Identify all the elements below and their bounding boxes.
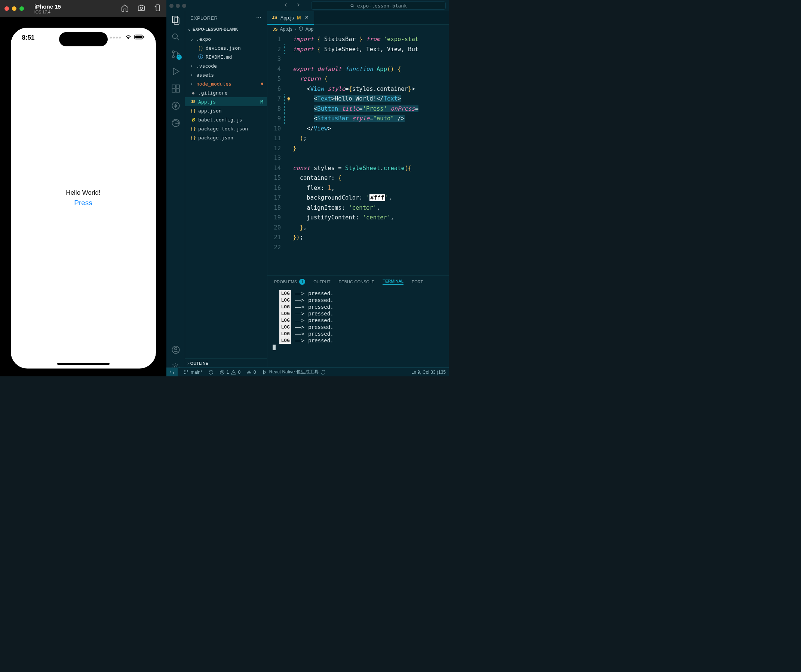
tab-ports[interactable]: PORT xyxy=(412,279,423,284)
svg-point-11 xyxy=(172,56,174,58)
js-file-icon: JS xyxy=(273,27,277,31)
code-editor[interactable]: 1import { StatusBar } from 'expo-stat 2i… xyxy=(267,34,449,276)
svg-rect-13 xyxy=(172,85,175,88)
svg-point-25 xyxy=(184,370,185,371)
nav-back-icon[interactable] xyxy=(283,2,289,10)
extensions-icon[interactable] xyxy=(171,84,181,93)
press-button[interactable]: Press xyxy=(74,199,92,207)
svg-rect-0 xyxy=(138,6,145,11)
rotate-icon[interactable] xyxy=(154,4,162,13)
tree-file-devices-json[interactable]: {}devices.json xyxy=(185,43,267,52)
svg-point-23 xyxy=(258,17,259,18)
symbol-icon xyxy=(298,26,303,32)
svg-point-26 xyxy=(184,373,185,374)
branch-indicator[interactable]: main* xyxy=(183,370,202,375)
command-center-search[interactable]: expo-lesson-blank xyxy=(311,2,446,10)
minimize-window-icon[interactable] xyxy=(12,6,16,11)
tab-output[interactable]: OUTPUT xyxy=(314,279,330,284)
sim-device-name: iPhone 15 xyxy=(34,3,61,10)
activity-bar: 1 xyxy=(166,11,185,376)
problems-count-badge: 1 xyxy=(299,279,305,285)
ios-simulator: iPhone 15 iOS 17.4 8:51 Hello World! Pre… xyxy=(0,0,166,376)
scm-badge: 1 xyxy=(177,55,182,60)
search-icon[interactable] xyxy=(171,32,181,42)
search-icon xyxy=(350,3,355,8)
sync-indicator[interactable] xyxy=(208,370,214,375)
terminal-output[interactable]: LOG——>pressed. LOG——>pressed. LOG——>pres… xyxy=(267,288,449,376)
cursor-position[interactable]: Ln 9, Col 33 (135 xyxy=(411,370,446,375)
svg-point-17 xyxy=(172,102,180,109)
tab-app-js[interactable]: JS App.js M xyxy=(267,11,314,24)
tree-file-pkglock[interactable]: {}package-lock.json xyxy=(185,124,267,133)
tree-folder-node-modules[interactable]: ›node_modules xyxy=(185,79,267,88)
svg-point-1 xyxy=(140,7,143,10)
sim-body: 8:51 Hello World! Press xyxy=(0,17,166,376)
sim-title: iPhone 15 iOS 17.4 xyxy=(34,3,61,14)
tree-file-app-json[interactable]: {}app.json xyxy=(185,106,267,115)
hello-world-label: Hello World! xyxy=(66,189,100,197)
tab-terminal[interactable]: TERMINAL xyxy=(383,279,404,285)
color-swatch[interactable]: #fff xyxy=(370,194,385,201)
sidebar-explorer: EXPLORER ⌄ EXPO-LESSON-BLANK ⌄.expo {}de… xyxy=(185,11,267,376)
terminal-cursor xyxy=(273,345,276,350)
home-indicator xyxy=(57,363,109,365)
svg-point-20 xyxy=(174,348,177,350)
tree-folder-expo[interactable]: ⌄.expo xyxy=(185,34,267,43)
tree-file-app-js[interactable]: JSApp.jsM xyxy=(185,97,267,106)
svg-point-9 xyxy=(172,34,177,38)
search-placeholder: expo-lesson-blank xyxy=(357,3,407,9)
js-file-icon: JS xyxy=(272,15,277,20)
tab-problems[interactable]: PROBLEMS1 xyxy=(274,279,305,285)
window-traffic-lights[interactable] xyxy=(5,6,24,11)
nav-forward-icon[interactable] xyxy=(296,2,301,10)
more-actions-icon[interactable] xyxy=(256,14,262,22)
run-debug-icon[interactable] xyxy=(171,67,181,76)
tree-file-readme[interactable]: ⓘREADME.md xyxy=(185,52,267,61)
thunder-icon[interactable] xyxy=(171,101,181,111)
tree-file-pkg[interactable]: {}package.json xyxy=(185,133,267,142)
bottom-panel: PROBLEMS1 OUTPUT DEBUG CONSOLE TERMINAL … xyxy=(267,276,449,376)
vscode-titlebar: expo-lesson-blank xyxy=(166,0,449,11)
svg-rect-2 xyxy=(156,5,159,11)
close-icon[interactable] xyxy=(304,14,309,21)
problems-indicator[interactable]: 1 0 xyxy=(219,370,240,375)
account-icon[interactable] xyxy=(171,345,181,355)
chevron-down-icon: ⌄ xyxy=(187,27,191,32)
svg-point-6 xyxy=(351,4,353,7)
panel-tabs: PROBLEMS1 OUTPUT DEBUG CONSOLE TERMINAL … xyxy=(267,276,449,288)
zoom-window-icon[interactable] xyxy=(19,6,24,11)
home-icon[interactable] xyxy=(121,4,129,13)
source-control-icon[interactable]: 1 xyxy=(171,49,181,59)
tab-debug-console[interactable]: DEBUG CONSOLE xyxy=(338,279,374,284)
close-window-icon[interactable] xyxy=(5,6,9,11)
screenshot-icon[interactable] xyxy=(137,4,145,13)
rn-packager-indicator[interactable]: React Native 包生成工具 xyxy=(262,369,326,375)
tab-filename: App.js xyxy=(280,15,294,21)
breadcrumb[interactable]: JS App.js › App xyxy=(267,25,449,34)
app-content: Hello World! Press xyxy=(11,28,156,369)
svg-rect-16 xyxy=(176,89,180,92)
explorer-icon[interactable] xyxy=(171,15,181,25)
svg-point-10 xyxy=(172,51,174,53)
tree-folder-vscode[interactable]: ›.vscode xyxy=(185,61,267,70)
tree-file-babel[interactable]: Bbabel.config.js xyxy=(185,115,267,124)
editor-tabs: JS App.js M xyxy=(267,11,449,25)
phone-frame: 8:51 Hello World! Press xyxy=(6,23,161,373)
remote-indicator[interactable] xyxy=(166,368,178,377)
sim-titlebar: iPhone 15 iOS 17.4 xyxy=(0,0,166,17)
file-tree: ⌄.expo {}devices.json ⓘREADME.md ›.vscod… xyxy=(185,34,267,358)
svg-rect-8 xyxy=(174,18,179,24)
status-bar: main* 1 0 0 React Native 包生成工具 Ln 9, Col… xyxy=(166,367,449,376)
project-section[interactable]: ⌄ EXPO-LESSON-BLANK xyxy=(185,25,267,34)
svg-rect-14 xyxy=(176,85,180,88)
tab-modified-mark: M xyxy=(297,15,301,21)
tree-file-gitignore[interactable]: ◆.gitignore xyxy=(185,88,267,97)
tree-folder-assets[interactable]: ›assets xyxy=(185,70,267,79)
edge-icon[interactable] xyxy=(171,118,181,128)
dirty-dot-icon xyxy=(261,83,263,85)
svg-rect-7 xyxy=(172,16,177,22)
explorer-title: EXPLORER xyxy=(190,15,218,21)
live-server-indicator[interactable]: 0 xyxy=(246,370,256,375)
vscode-traffic-lights[interactable] xyxy=(169,2,188,10)
outline-section[interactable]: ›OUTLINE xyxy=(185,358,267,367)
